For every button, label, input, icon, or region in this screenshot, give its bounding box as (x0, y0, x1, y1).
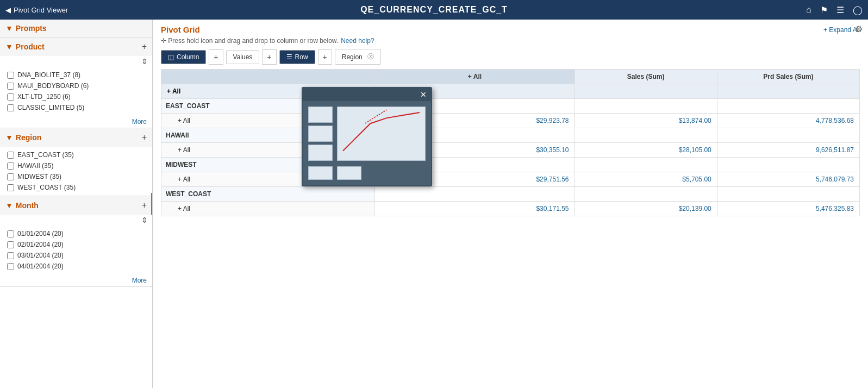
product-add-button[interactable]: + (142, 42, 147, 52)
west-coast-all-label[interactable]: + All (161, 202, 375, 216)
product-checkbox-1[interactable] (7, 72, 14, 79)
product-item-2: MAUI_BODYBOARD (6) (17, 82, 89, 90)
region-checkbox-1[interactable] (7, 152, 14, 159)
add-column-button[interactable]: + (209, 49, 223, 65)
region-checkbox-4[interactable] (7, 184, 14, 191)
all-col-label[interactable]: + All (468, 73, 482, 80)
west-coast-prd-sales: 5,476,325.83 (717, 202, 859, 216)
pivot-grid-title: Pivot Grid (161, 25, 200, 34)
modal-chart-area (337, 107, 426, 161)
add-row-button[interactable]: + (318, 49, 332, 65)
region-button[interactable]: Region ⓧ (335, 49, 381, 65)
month-checkbox-2[interactable] (7, 241, 14, 248)
content-header: Pivot Grid + Expand All (153, 20, 868, 34)
list-item: HAWAII (35) (4, 160, 148, 171)
list-item: 01/01/2004 (20) (4, 228, 148, 239)
row-icon: ☰ (286, 53, 292, 61)
month-items: 01/01/2004 (20) 02/01/2004 (20) 03/01/20… (0, 226, 152, 274)
month-item-2: 02/01/2004 (20) (17, 241, 64, 248)
region-title: ▼ Region (5, 133, 41, 142)
month-more-link[interactable]: More (0, 274, 152, 286)
row-button[interactable]: ☰ Row (279, 50, 315, 64)
region-item-1: EAST_COAST (35) (17, 151, 74, 159)
list-item: MAUI_BODYBOARD (6) (4, 80, 148, 91)
prompts-chevron-icon: ▼ (5, 24, 13, 33)
need-help-link[interactable]: Need help? (341, 37, 374, 45)
region-item-3: MIDWEST (35) (17, 173, 61, 180)
list-item: EAST_COAST (35) (4, 149, 148, 160)
table-row: + All $30,355.10 $28,105.00 9,626,511.87 (161, 143, 860, 158)
settings-icon[interactable]: ⚙ (855, 24, 863, 34)
column-button[interactable]: ◫ Column (161, 50, 206, 64)
list-item: 04/01/2004 (20) (4, 261, 148, 272)
values-button[interactable]: Values (226, 50, 260, 64)
home-icon[interactable]: ⌂ (806, 5, 811, 15)
list-item: WEST_COAST (35) (4, 182, 148, 193)
month-item-3: 03/01/2004 (20) (17, 252, 64, 259)
product-checkbox-3[interactable] (7, 93, 14, 101)
region-checkbox-2[interactable] (7, 162, 14, 170)
region-remove-icon[interactable]: ⓧ (367, 52, 374, 61)
table-row: HAWAII (161, 128, 860, 143)
back-button[interactable]: ◀ Pivot Grid Viewer (5, 6, 68, 14)
region-header[interactable]: ▼ Region + (0, 128, 152, 147)
region-items: EAST_COAST (35) HAWAII (35) MIDWEST (35)… (0, 147, 152, 196)
month-item-1: 01/01/2004 (20) (17, 230, 64, 237)
app-title: Pivot Grid Viewer (14, 6, 68, 14)
modal-body (303, 101, 431, 166)
product-title: ▼ Product (5, 42, 45, 51)
month-add-button[interactable]: + (142, 201, 147, 210)
list-item: CLASSIC_LIMITED (5) (4, 102, 148, 113)
prompts-header[interactable]: ▼ Prompts (0, 20, 152, 37)
product-item-3: XLT-LTD_1250 (6) (17, 93, 71, 101)
expand-all-button[interactable]: + Expand All (823, 26, 860, 34)
product-sort-icon[interactable]: ⇕ (0, 56, 152, 67)
modal-bottom-cell-2 (337, 166, 361, 180)
east-coast-prd-sales: 4,778,536.68 (717, 114, 859, 128)
region-add-button[interactable]: + (142, 133, 147, 142)
hawaii-sales: $28,105.00 (574, 143, 717, 158)
table-row: + All $29,751.56 $5,705.00 5,746,079.73 (161, 172, 860, 187)
modal-close-button[interactable]: ✕ (420, 90, 427, 99)
pivot-table-container: + All Sales (Sum) Prd Sales (Sum) + All (153, 69, 868, 216)
sidebar: ▼ Prompts ▼ Product + ⇕ DNA_BIOLITE_37 (… (0, 20, 153, 388)
region-west-coast: WEST_COAST (161, 187, 375, 202)
product-checkbox-2[interactable] (7, 83, 14, 90)
table-row: EAST_COAST (161, 99, 860, 114)
list-item: 02/01/2004 (20) (4, 239, 148, 250)
region-checkbox-3[interactable] (7, 173, 14, 180)
modal-left-panel (308, 107, 333, 161)
month-header[interactable]: ▼ Month + (0, 196, 152, 215)
month-checkbox-4[interactable] (7, 263, 14, 270)
main-layout: ▼ Prompts ▼ Product + ⇕ DNA_BIOLITE_37 (… (0, 20, 868, 388)
modal-dialog: ✕ (302, 87, 432, 186)
month-title: ▼ Month (5, 201, 39, 210)
product-header[interactable]: ▼ Product + (0, 37, 152, 56)
list-item: 03/01/2004 (20) (4, 250, 148, 261)
product-items: DNA_BIOLITE_37 (8) MAUI_BODYBOARD (6) XL… (0, 67, 152, 116)
table-header-all-col: + All (375, 70, 574, 84)
month-item-4: 04/01/2004 (20) (17, 262, 64, 270)
month-sort-icon[interactable]: ⇕ (0, 215, 152, 226)
product-more-link[interactable]: More (0, 116, 152, 128)
add-values-button[interactable]: + (262, 49, 276, 65)
month-chevron-icon: ▼ (5, 201, 13, 210)
month-checkbox-3[interactable] (7, 252, 14, 259)
sidebar-section-product: ▼ Product + ⇕ DNA_BIOLITE_37 (8) MAUI_BO… (0, 37, 152, 128)
page-title: QE_CURRENCY_CREATE_GC_T (360, 5, 508, 15)
hawaii-prd-sales: 9,626,511.87 (717, 143, 859, 158)
user-icon[interactable]: ◯ (853, 5, 863, 15)
menu-icon[interactable]: ☰ (836, 5, 844, 15)
all-row-prd-sales (717, 84, 859, 99)
flag-icon[interactable]: ⚑ (820, 5, 828, 15)
month-checkbox-1[interactable] (7, 230, 14, 237)
modal-cell-3 (308, 145, 333, 161)
modal-chart-svg (338, 107, 425, 162)
table-header-prd-sales: Prd Sales (Sum) (717, 70, 859, 84)
table-row: + All $29,923.78 $13,874.00 4,778,536.68 (161, 114, 860, 128)
table-row: WEST_COAST (161, 187, 860, 202)
pivot-table: + All Sales (Sum) Prd Sales (Sum) + All (161, 69, 860, 216)
midwest-prd-sales: 5,746,079.73 (717, 172, 859, 187)
modal-cell-2 (308, 126, 333, 142)
product-checkbox-4[interactable] (7, 104, 14, 111)
